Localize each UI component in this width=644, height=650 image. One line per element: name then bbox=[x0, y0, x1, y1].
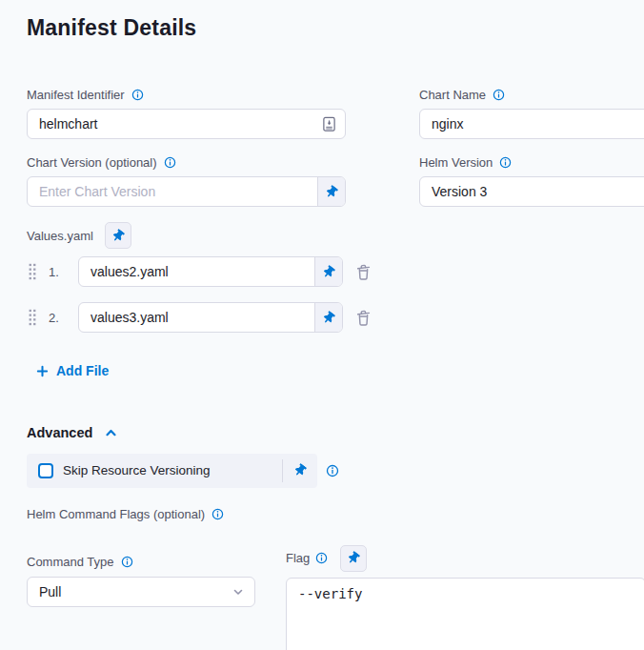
command-type-value: Pull bbox=[39, 584, 231, 599]
values-file-input-wrap bbox=[78, 302, 343, 333]
pin-icon[interactable] bbox=[105, 222, 131, 249]
values-file-input-wrap bbox=[78, 256, 343, 287]
skip-resource-versioning-checkbox[interactable] bbox=[38, 463, 53, 478]
chart-name-input[interactable] bbox=[420, 110, 644, 138]
helm-command-flags-header: Helm Command Flags (optional) bbox=[27, 507, 644, 522]
info-icon[interactable] bbox=[164, 156, 176, 169]
add-file-label: Add File bbox=[56, 363, 109, 378]
pin-icon[interactable] bbox=[340, 545, 367, 572]
pin-icon[interactable] bbox=[317, 177, 345, 206]
chart-version-field: Chart Version (optional) bbox=[27, 154, 346, 207]
manifest-identifier-label: Manifest Identifier bbox=[27, 88, 125, 102]
command-flag-row: Command Type Pull Flag --verify bbox=[27, 545, 644, 650]
chart-version-input[interactable] bbox=[28, 177, 317, 206]
chart-name-label: Chart Name bbox=[419, 88, 486, 102]
drag-handle-icon[interactable] bbox=[29, 263, 36, 280]
values-file-input[interactable] bbox=[79, 303, 314, 332]
chart-name-field: Chart Name bbox=[419, 87, 644, 139]
delete-file-button[interactable] bbox=[354, 309, 372, 327]
form-row-1: Manifest Identifier Chart Name bbox=[27, 87, 644, 139]
info-icon[interactable] bbox=[326, 464, 339, 477]
delete-file-button[interactable] bbox=[354, 263, 372, 281]
info-icon[interactable] bbox=[121, 556, 133, 568]
chart-version-input-wrap bbox=[27, 176, 346, 207]
row-index: 1. bbox=[49, 265, 68, 279]
pin-icon[interactable] bbox=[314, 303, 342, 332]
chevron-down-icon bbox=[231, 585, 245, 599]
flag-textarea[interactable]: --verify bbox=[286, 578, 644, 650]
plus-icon bbox=[36, 365, 49, 377]
info-icon[interactable] bbox=[493, 89, 505, 101]
manifest-details-panel: Manifest Details Manifest Identifier Cha… bbox=[0, 0, 644, 650]
command-type-field: Command Type Pull bbox=[27, 545, 286, 650]
helm-version-label: Helm Version bbox=[419, 155, 493, 170]
helm-version-value: Version 3 bbox=[432, 184, 487, 199]
values-file-input[interactable] bbox=[79, 257, 314, 286]
values-yaml-section: Values.yaml 1. 2. Add File bbox=[27, 222, 644, 381]
advanced-section-toggle[interactable]: Advanced bbox=[27, 425, 644, 440]
advanced-label: Advanced bbox=[27, 425, 92, 440]
flag-label: Flag bbox=[286, 551, 310, 565]
chevron-up-icon bbox=[104, 426, 118, 439]
command-type-select[interactable]: Pull bbox=[27, 577, 255, 607]
info-icon[interactable] bbox=[499, 156, 512, 169]
drag-handle-icon[interactable] bbox=[29, 309, 36, 326]
skip-resource-versioning-label: Skip Resource Versioning bbox=[63, 463, 282, 477]
page-title: Manifest Details bbox=[27, 15, 644, 41]
info-icon[interactable] bbox=[211, 508, 224, 520]
values-file-row: 1. bbox=[27, 256, 644, 287]
command-type-label: Command Type bbox=[27, 555, 114, 569]
form-row-2: Chart Version (optional) Helm Version Ve… bbox=[27, 154, 644, 207]
helm-command-flags-label: Helm Command Flags (optional) bbox=[27, 507, 205, 521]
add-file-button[interactable]: Add File bbox=[36, 363, 109, 378]
info-icon[interactable] bbox=[315, 552, 328, 564]
chart-name-input-wrap bbox=[419, 109, 644, 139]
pin-icon[interactable] bbox=[314, 257, 342, 286]
skip-resource-versioning-box: Skip Resource Versioning bbox=[27, 454, 317, 488]
manifest-identifier-input-wrap bbox=[27, 109, 346, 139]
helm-version-select[interactable]: Version 3 bbox=[419, 176, 644, 207]
chart-version-label: Chart Version (optional) bbox=[27, 155, 157, 170]
manifest-identifier-field: Manifest Identifier bbox=[27, 87, 346, 139]
row-index: 2. bbox=[49, 311, 68, 325]
edit-identifier-icon[interactable] bbox=[322, 116, 345, 132]
helm-version-field: Helm Version Version 3 bbox=[419, 154, 644, 207]
flag-field: Flag --verify bbox=[286, 545, 644, 650]
pin-icon[interactable] bbox=[283, 464, 317, 477]
values-file-row: 2. bbox=[27, 302, 644, 333]
values-yaml-label: Values.yaml bbox=[27, 229, 93, 243]
manifest-identifier-input[interactable] bbox=[28, 110, 322, 138]
skip-resource-versioning-row: Skip Resource Versioning bbox=[27, 454, 644, 488]
info-icon[interactable] bbox=[131, 89, 144, 101]
